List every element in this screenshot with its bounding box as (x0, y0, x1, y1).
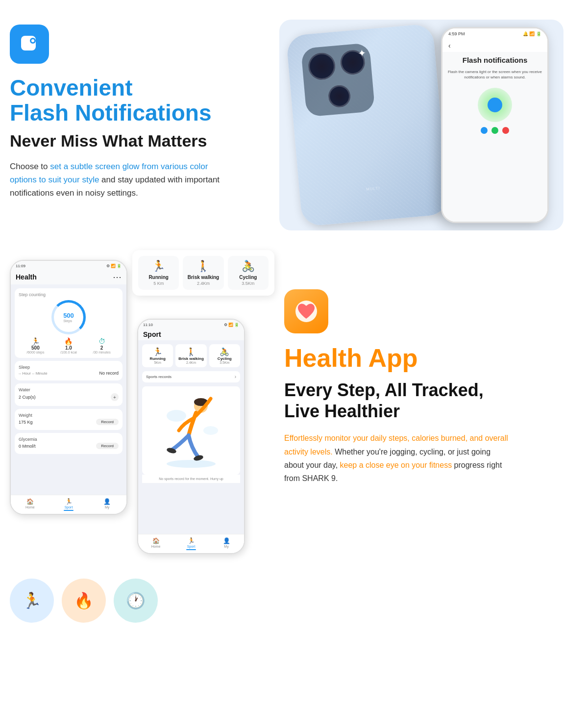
color-dot-green[interactable] (491, 127, 498, 134)
sport-illustration (142, 386, 240, 475)
flash-screen-content: Flash notifications Flash the camera lig… (442, 52, 547, 222)
stats-row: 🏃 500 /6000 steps 🔥 1.0 /100.0 kcal ⏱ (19, 337, 119, 354)
glow-circle (478, 88, 512, 122)
flash-notif-title: Flash notifications (447, 56, 542, 64)
sport-cycling-label: Cycling (211, 356, 239, 361)
svg-point-9 (167, 410, 186, 422)
sport-running-dist: 5Km (144, 361, 172, 364)
svg-point-3 (31, 39, 34, 42)
sport-status-bar: 11:10 ⚙ 📶 🔋 (138, 320, 244, 329)
screen-icons: 🔔 📶 🔋 (523, 31, 541, 36)
sleep-title: Sleep (19, 365, 119, 370)
record-weight-button[interactable]: Record (96, 419, 119, 425)
sport-running-card: 🏃 Running 5Km (142, 344, 173, 367)
top-section: Convenient Flash Notifications Never Mis… (0, 0, 588, 240)
water-value: 2 Cup(s) (19, 395, 36, 400)
step-circle: 500 Steps (51, 300, 86, 334)
nav-sport[interactable]: 🏃 Sport (49, 497, 88, 512)
sport-nav-my[interactable]: 👤 My (209, 536, 244, 551)
sport-walking-card: 🚶 Brisk walking 2.4Km (175, 344, 206, 367)
color-dot-red[interactable] (502, 127, 509, 134)
chevron-right-icon: › (235, 374, 236, 379)
fire-icon-circle: 🔥 (62, 579, 106, 623)
svg-point-4 (167, 460, 216, 468)
sport-no-record-msg: No sports record for the moment. Hurry u… (142, 475, 240, 483)
color-dots (447, 127, 542, 134)
step-count-value: 500 (63, 312, 74, 319)
sport-body: 🏃 Running 5Km 🚶 Brisk walking 2.4Km 🚴 Cy… (138, 340, 244, 534)
health-header: Health ⋯ (11, 270, 126, 284)
flash-subheading: Never Miss What Matters (10, 131, 255, 151)
health-phone-main: 11:09 ⚙ 📶 🔋 Health ⋯ Step counting 500 (10, 260, 127, 515)
sport-activities: 🏃 Running 5Km 🚶 Brisk walking 2.4Km 🚴 Cy… (142, 344, 240, 367)
step-unit: Steps (63, 319, 74, 323)
health-body-link: keep a close eye on your fitness (340, 461, 452, 469)
running-icon: 🏃 (140, 260, 177, 273)
cycling-icon: 🚴 (230, 260, 267, 273)
running-label: Running (140, 275, 177, 280)
health-time: 11:09 (16, 264, 25, 268)
water-title: Water (19, 387, 119, 392)
left-content: Convenient Flash Notifications Never Mis… (10, 20, 255, 200)
sport-sport-icon: 🏃 (188, 537, 195, 544)
color-dot-blue[interactable] (481, 127, 488, 134)
health-body-text: Effortlessly monitor your daily steps, c… (284, 431, 510, 485)
back-arrow-icon[interactable]: ‹ (448, 42, 451, 50)
dots-menu-icon[interactable]: ⋯ (113, 272, 122, 282)
stat-steps: 🏃 500 /6000 steps (26, 337, 44, 354)
water-card: Water 2 Cup(s) + (15, 383, 122, 406)
sport-nav-bar: 🏠 Home 🏃 Sport 👤 My (138, 534, 244, 553)
sport-cycling-card: 🚴 Cycling 3.5Km (209, 344, 240, 367)
weight-value: 175 Kg (19, 420, 33, 425)
sport-phone: 11:10 ⚙ 📶 🔋 Sport 🏃 Running 5Km 🚶 (137, 319, 245, 554)
weight-title: Weight (19, 413, 119, 418)
flash-body: Choose to set a subtle screen glow from … (10, 160, 235, 200)
walking-label: Brisk walking (185, 275, 221, 280)
health-status-bar: 11:09 ⚙ 📶 🔋 (11, 261, 126, 270)
sleep-card: Sleep -- Hour -- Minute No record (15, 361, 122, 380)
health-app-headline: Health App (284, 343, 578, 373)
sport-header-title: Sport (143, 330, 161, 338)
health-body: Step counting 500 Steps 🏃 500 /6000 (11, 284, 126, 495)
sport-running-icon: 🏃 (144, 347, 172, 356)
flash-sparkle-icon: ✦ (357, 47, 367, 59)
sport-nav-sport[interactable]: 🏃 Sport (173, 536, 209, 551)
cycling-label: Cycling (230, 275, 267, 280)
flash-notif-body: Flash the camera light or the screen whe… (447, 69, 542, 80)
icon-circles: 🏃 🔥 🕐 (10, 579, 158, 623)
stat-calories: 🔥 1.0 /100.0 kcal (60, 337, 77, 354)
health-status-icons: ⚙ 📶 🔋 (106, 264, 122, 268)
cycling-dist: 3.5Km (230, 281, 267, 286)
sport-running-label: Running (144, 356, 172, 361)
sport-home-icon: 🏠 (152, 537, 160, 544)
sports-records-bar[interactable]: Sports records › (142, 371, 240, 382)
health-header-title: Health (16, 273, 37, 281)
screen-status-bar: 4:59 PM 🔔 📶 🔋 (442, 28, 547, 38)
camera-lens-3 (327, 84, 351, 108)
right-phone-area: ✦ MULTI 4:59 PM 🔔 📶 🔋 ‹ Flash notific (265, 20, 578, 230)
walking-icon: 🚶 (185, 260, 221, 273)
sport-my-icon: 👤 (223, 537, 230, 544)
nav-my[interactable]: 👤 My (88, 497, 126, 512)
phone-front: 4:59 PM 🔔 📶 🔋 ‹ Flash notifications Flas… (441, 27, 549, 223)
sport-nav-home[interactable]: 🏠 Home (138, 536, 173, 551)
sports-records-label: Sports records (146, 375, 172, 379)
record-glycemia-button[interactable]: Record (96, 443, 119, 449)
sport-screen: 11:10 ⚙ 📶 🔋 Sport 🏃 Running 5Km 🚶 (138, 320, 244, 553)
weight-card: Weight 175 Kg Record (15, 409, 122, 430)
activity-card-cycling: 🚴 Cycling 3.5Km (228, 256, 269, 290)
health-app-screens: 🏃 Running 5 Km 🚶 Brisk walking 2.4Km 🚴 C… (10, 250, 274, 623)
bottom-section: 🏃 Running 5 Km 🚶 Brisk walking 2.4Km 🚴 C… (0, 240, 588, 642)
sport-walking-label: Brisk walking (177, 356, 205, 361)
step-counting-title: Step counting (19, 292, 119, 297)
home-nav-icon: 🏠 (26, 498, 34, 505)
health-subheading: Every Step, All Tracked, Live Healthier (284, 379, 578, 422)
camera-module: ✦ (301, 43, 375, 117)
phone-screen: 4:59 PM 🔔 📶 🔋 ‹ Flash notifications Flas… (442, 28, 547, 222)
screen-time: 4:59 PM (448, 31, 465, 36)
nav-home[interactable]: 🏠 Home (11, 497, 49, 512)
run-icon-circle: 🏃 (10, 579, 54, 623)
health-nav-bar: 🏠 Home 🏃 Sport 👤 My (11, 495, 126, 514)
add-water-button[interactable]: + (111, 393, 119, 401)
glycemia-value: 0 Mmol/t (19, 444, 36, 449)
